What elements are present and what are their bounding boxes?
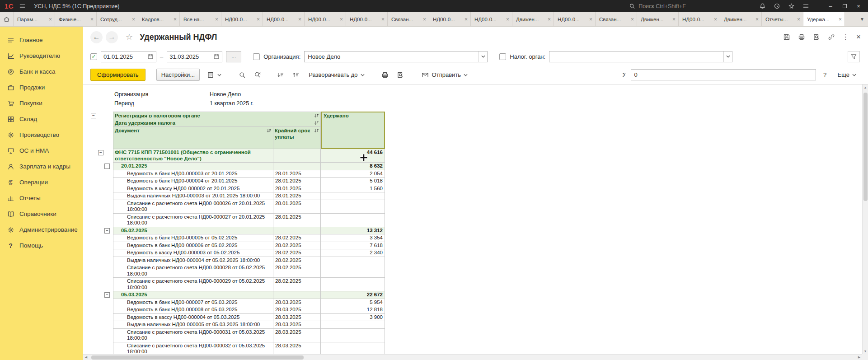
cell-deadline[interactable]: 28.03.2025 bbox=[273, 314, 321, 322]
cell-withheld-amount[interactable]: 12 818 bbox=[321, 306, 385, 314]
date-from-input[interactable]: 01.01.2025 bbox=[101, 51, 156, 62]
tab-close-icon[interactable]: × bbox=[548, 16, 551, 23]
cell-deadline[interactable] bbox=[273, 291, 321, 299]
favorite-star-icon[interactable]: ☆ bbox=[126, 32, 133, 42]
tab-3[interactable]: Сотруд...× bbox=[97, 12, 138, 26]
print-preview-icon[interactable] bbox=[812, 33, 820, 41]
notifications-bell-icon[interactable] bbox=[759, 2, 766, 10]
send-button[interactable]: Отправить bbox=[418, 69, 471, 81]
sort-icon[interactable] bbox=[267, 128, 272, 133]
cell-deadline[interactable]: 28.03.2025 bbox=[273, 329, 321, 342]
close-report-icon[interactable]: × bbox=[856, 33, 861, 42]
scroll-left-arrow[interactable]: ◀ bbox=[83, 355, 89, 360]
print-icon[interactable] bbox=[379, 69, 391, 81]
tab-close-icon[interactable]: × bbox=[839, 16, 842, 23]
row-document[interactable]: Ведомость в банк НД00-000006 от 05.02.20… bbox=[89, 242, 385, 250]
row-document[interactable]: Ведомость в банк НД00-000005 от 05.02.20… bbox=[89, 234, 385, 242]
tab-7[interactable]: НД00-0...× bbox=[263, 12, 305, 26]
scroll-up-arrow[interactable]: ▲ bbox=[863, 84, 868, 90]
row-document[interactable]: Ведомость в банк НД00-000004 от 20.01.20… bbox=[89, 178, 385, 185]
cell-withheld-amount[interactable]: 22 672 bbox=[321, 291, 385, 299]
scroll-right-arrow[interactable]: ▶ bbox=[856, 355, 862, 360]
row-document[interactable]: Списание с расчетного счета НД00-000027 … bbox=[89, 214, 385, 227]
cell-withheld-amount[interactable] bbox=[321, 278, 385, 291]
restore-button[interactable] bbox=[841, 3, 848, 9]
row-document[interactable]: Ведомость в банк НД00-000003 от 20.01.20… bbox=[89, 170, 385, 178]
tab-11[interactable]: НД00-0...× bbox=[429, 12, 471, 26]
row-document[interactable]: Списание с расчетного счета НД00-000028 … bbox=[89, 264, 385, 278]
row-date-group[interactable]: −05.03.202522 672 bbox=[89, 291, 385, 299]
registration-header-cell[interactable]: Регистрация в налоговом органе bbox=[113, 112, 321, 119]
main-menu-icon[interactable] bbox=[19, 2, 26, 10]
tab-close-icon[interactable]: × bbox=[714, 16, 717, 23]
calendar-icon[interactable] bbox=[147, 53, 154, 60]
row-document[interactable]: Ведомость в банк НД00-000007 от 05.03.20… bbox=[89, 299, 385, 307]
cell-deadline[interactable] bbox=[273, 163, 321, 170]
tab-12[interactable]: НД00-0...× bbox=[471, 12, 512, 26]
tabs-overflow-button[interactable]: ▼ bbox=[856, 12, 868, 26]
cell-withheld-amount[interactable]: 3 900 bbox=[321, 314, 385, 322]
tab-20[interactable]: Удержа...× bbox=[803, 12, 845, 26]
collapse-report-button[interactable]: − bbox=[91, 113, 96, 118]
tab-close-icon[interactable]: × bbox=[340, 16, 343, 23]
sort-icon[interactable] bbox=[314, 128, 319, 133]
sidebar-item-references[interactable]: Справочники bbox=[0, 206, 83, 222]
cell-document[interactable]: Списание с расчетного счета НД00-000028 … bbox=[113, 264, 273, 278]
cell-withheld-amount[interactable]: 2 054 bbox=[321, 170, 385, 178]
row-document[interactable]: Выдача наличных НД00-000004 от 05.02.202… bbox=[89, 257, 385, 265]
cell-withheld-amount[interactable]: 13 312 bbox=[321, 227, 385, 235]
cell-document[interactable]: ФНС 7715 КПП 771501001 (Общество с огран… bbox=[113, 149, 273, 163]
tab-close-icon[interactable]: × bbox=[215, 16, 218, 23]
tab-close-icon[interactable]: × bbox=[423, 16, 426, 23]
sidebar-item-reports[interactable]: Отчеты bbox=[0, 190, 83, 206]
cell-document[interactable]: Ведомость в банк НД00-000003 от 20.01.20… bbox=[113, 170, 273, 178]
organization-checkbox[interactable] bbox=[253, 53, 260, 60]
global-search[interactable]: Поиск Ctrl+Shift+F bbox=[629, 3, 686, 9]
cell-deadline[interactable]: 28.03.2025 bbox=[273, 306, 321, 314]
tab-close-icon[interactable]: × bbox=[132, 16, 135, 23]
document-header-cell[interactable]: Документ bbox=[113, 127, 273, 149]
tab-close-icon[interactable]: × bbox=[174, 16, 177, 23]
collapse-group-button[interactable]: − bbox=[98, 150, 103, 155]
sidebar-item-purchases[interactable]: Покупки bbox=[0, 95, 83, 111]
cell-deadline[interactable]: 28.02.2025 bbox=[273, 264, 321, 278]
vertical-scrollbar[interactable]: ▲ ▼ bbox=[862, 84, 868, 354]
sidebar-item-help[interactable]: ?Помощь bbox=[0, 238, 83, 253]
tax-authority-combo[interactable] bbox=[549, 51, 732, 62]
cell-document[interactable]: 05.02.2025 bbox=[113, 227, 273, 235]
row-date-group[interactable]: −20.01.20258 632 bbox=[89, 163, 385, 170]
deadline-header-cell[interactable]: Крайний срок уплаты bbox=[273, 127, 321, 149]
chevron-down-icon[interactable] bbox=[723, 51, 732, 62]
cell-withheld-amount[interactable] bbox=[321, 200, 385, 214]
cell-deadline[interactable]: 28.02.2025 bbox=[273, 242, 321, 250]
tax-authority-checkbox[interactable] bbox=[499, 53, 506, 60]
cell-withheld-amount[interactable]: 5 018 bbox=[321, 178, 385, 185]
forward-button[interactable]: → bbox=[106, 31, 118, 43]
cell-deadline[interactable]: 28.01.2025 bbox=[273, 200, 321, 214]
cell-withheld-amount[interactable] bbox=[321, 264, 385, 278]
cell-deadline[interactable]: 28.01.2025 bbox=[273, 192, 321, 200]
cell-document[interactable]: Ведомость в банк НД00-000004 от 20.01.20… bbox=[113, 178, 273, 185]
sort-icon[interactable] bbox=[314, 113, 319, 118]
print-preview-icon[interactable] bbox=[394, 69, 407, 81]
tab-8[interactable]: НД00-0...× bbox=[305, 12, 346, 26]
collapse-levels-icon[interactable] bbox=[274, 69, 286, 81]
cell-deadline[interactable]: 28.02.2025 bbox=[273, 257, 321, 265]
autosum-input[interactable] bbox=[631, 69, 816, 80]
cell-withheld-amount[interactable]: 5 954 bbox=[321, 299, 385, 307]
save-icon[interactable] bbox=[783, 33, 790, 41]
chevron-down-icon[interactable] bbox=[479, 51, 487, 62]
tab-close-icon[interactable]: × bbox=[90, 16, 94, 23]
tab-close-icon[interactable]: × bbox=[506, 16, 509, 23]
generate-button[interactable]: Сформировать bbox=[90, 69, 145, 81]
cell-document[interactable]: Выдача наличных НД00-000005 от 05.03.202… bbox=[113, 321, 273, 329]
sidebar-item-manager[interactable]: Руководителю bbox=[0, 48, 83, 64]
sort-icon[interactable] bbox=[314, 121, 319, 126]
more-actions-icon[interactable]: ⋮ bbox=[842, 33, 849, 41]
cell-document[interactable]: Ведомость в банк НД00-000007 от 05.03.20… bbox=[113, 299, 273, 307]
row-fns-group[interactable]: −ФНС 7715 КПП 771501001 (Общество с огра… bbox=[89, 149, 385, 163]
cell-deadline[interactable] bbox=[273, 149, 321, 163]
organization-combo[interactable]: Новое Дело bbox=[304, 51, 488, 62]
cell-document[interactable]: Ведомость в банк НД00-000008 от 05.03.20… bbox=[113, 306, 273, 314]
tab-10[interactable]: Связан...× bbox=[388, 12, 429, 26]
